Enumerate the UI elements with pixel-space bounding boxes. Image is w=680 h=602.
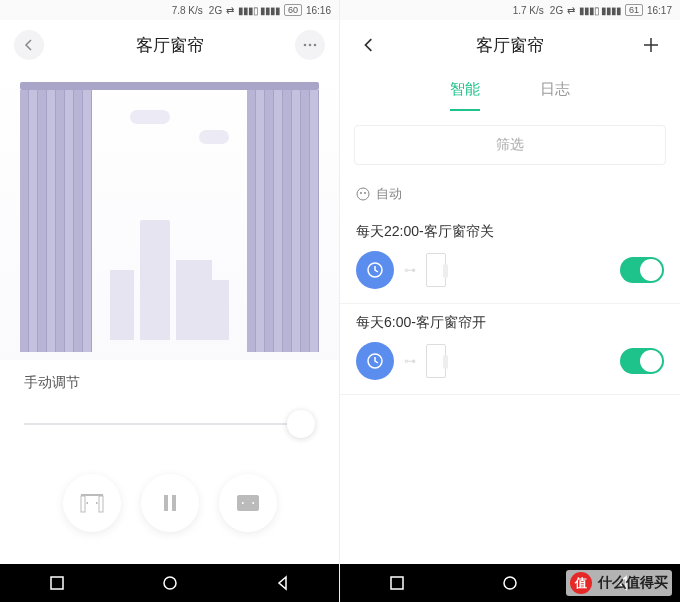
open-button[interactable] — [63, 474, 121, 532]
section-label: 自动 — [376, 185, 402, 203]
chevron-left-icon — [23, 39, 35, 51]
manual-label: 手动调节 — [24, 374, 315, 392]
control-buttons — [0, 474, 339, 532]
device-icon — [426, 344, 446, 378]
tab-smart[interactable]: 智能 — [450, 80, 480, 111]
link-icon: ⊶ — [404, 263, 416, 277]
watermark: 值 什么值得买 — [566, 570, 672, 596]
auto-icon — [356, 187, 370, 201]
svg-point-11 — [357, 188, 369, 200]
curtain-close-icon — [236, 494, 260, 512]
chevron-left-icon — [362, 38, 376, 52]
status-bar: 1.7 K/s 2G ⇄ ▮▮▮▯ ▮▮▮▮ 61 16:17 — [340, 0, 680, 20]
svg-rect-7 — [172, 495, 176, 511]
svg-rect-16 — [391, 577, 403, 589]
svg-point-0 — [304, 44, 307, 47]
clock-icon — [356, 251, 394, 289]
section-auto: 自动 — [340, 179, 680, 213]
net-speed: 7.8 K/s — [172, 5, 203, 16]
battery-icon: 61 — [625, 4, 643, 16]
phone-left: 7.8 K/s 2G ⇄ ▮▮▮▯ ▮▮▮▮ 60 16:16 客厅窗帘 — [0, 0, 340, 602]
signal-icon: ▮▮▮▯ ▮▮▮▮ — [579, 5, 621, 16]
watermark-text: 什么值得买 — [598, 574, 668, 592]
clock-time: 16:17 — [647, 5, 672, 16]
rule-title: 每天6:00-客厅窗帘开 — [356, 314, 664, 332]
svg-point-12 — [360, 192, 362, 194]
tab-log[interactable]: 日志 — [540, 80, 570, 111]
net-type: 2G — [209, 5, 222, 16]
header: 客厅窗帘 — [0, 20, 339, 70]
filter-label: 筛选 — [496, 136, 524, 154]
slider-thumb[interactable] — [287, 410, 315, 438]
svg-point-17 — [504, 577, 516, 589]
svg-rect-5 — [99, 496, 103, 512]
svg-rect-6 — [164, 495, 168, 511]
svg-rect-8 — [237, 495, 259, 511]
filter-button[interactable]: 筛选 — [354, 125, 666, 165]
rule-icons: ⊶ — [356, 251, 446, 289]
plus-icon — [643, 37, 659, 53]
rule-toggle[interactable] — [620, 257, 664, 283]
svg-point-1 — [309, 44, 312, 47]
pause-icon — [163, 495, 177, 511]
rule-toggle[interactable] — [620, 348, 664, 374]
page-title: 客厅窗帘 — [136, 34, 204, 57]
net-type: 2G — [550, 5, 563, 16]
net-speed: 1.7 K/s — [513, 5, 544, 16]
rule-icons: ⊶ — [356, 342, 446, 380]
recent-apps-icon[interactable] — [389, 575, 405, 591]
phone-right: 1.7 K/s 2G ⇄ ▮▮▮▯ ▮▮▮▮ 61 16:17 客厅窗帘 智能 … — [340, 0, 680, 602]
close-button[interactable] — [219, 474, 277, 532]
android-navbar — [0, 564, 339, 602]
curtain-open-icon — [80, 493, 104, 513]
svg-point-10 — [164, 577, 176, 589]
page-title: 客厅窗帘 — [476, 34, 544, 57]
manual-section: 手动调节 — [0, 360, 339, 434]
link-icon: ⊶ — [404, 354, 416, 368]
back-button[interactable] — [354, 30, 384, 60]
tabs: 智能 日志 — [340, 70, 680, 111]
svg-rect-9 — [51, 577, 63, 589]
clock-time: 16:16 — [306, 5, 331, 16]
battery-icon: 60 — [284, 4, 302, 16]
home-icon[interactable] — [162, 575, 178, 591]
more-icon — [303, 43, 317, 47]
device-icon — [426, 253, 446, 287]
svg-rect-4 — [81, 496, 85, 512]
add-button[interactable] — [636, 30, 666, 60]
rule-item: 每天22:00-客厅窗帘关 ⊶ — [340, 213, 680, 304]
svg-point-13 — [364, 192, 366, 194]
signal-icon: ▮▮▮▯ ▮▮▮▮ — [238, 5, 280, 16]
pause-button[interactable] — [141, 474, 199, 532]
status-bar: 7.8 K/s 2G ⇄ ▮▮▮▯ ▮▮▮▮ 60 16:16 — [0, 0, 339, 20]
wifi-icon: ⇄ — [226, 5, 234, 16]
wifi-icon: ⇄ — [567, 5, 575, 16]
header: 客厅窗帘 — [340, 20, 680, 70]
recent-apps-icon[interactable] — [49, 575, 65, 591]
home-icon[interactable] — [502, 575, 518, 591]
clock-icon — [356, 342, 394, 380]
svg-point-2 — [314, 44, 317, 47]
back-icon[interactable] — [275, 575, 291, 591]
curtain-illustration — [0, 70, 339, 360]
back-button[interactable] — [14, 30, 44, 60]
rule-title: 每天22:00-客厅窗帘关 — [356, 223, 664, 241]
more-button[interactable] — [295, 30, 325, 60]
watermark-badge-icon: 值 — [570, 572, 592, 594]
rule-item: 每天6:00-客厅窗帘开 ⊶ — [340, 304, 680, 395]
position-slider[interactable] — [24, 414, 315, 434]
